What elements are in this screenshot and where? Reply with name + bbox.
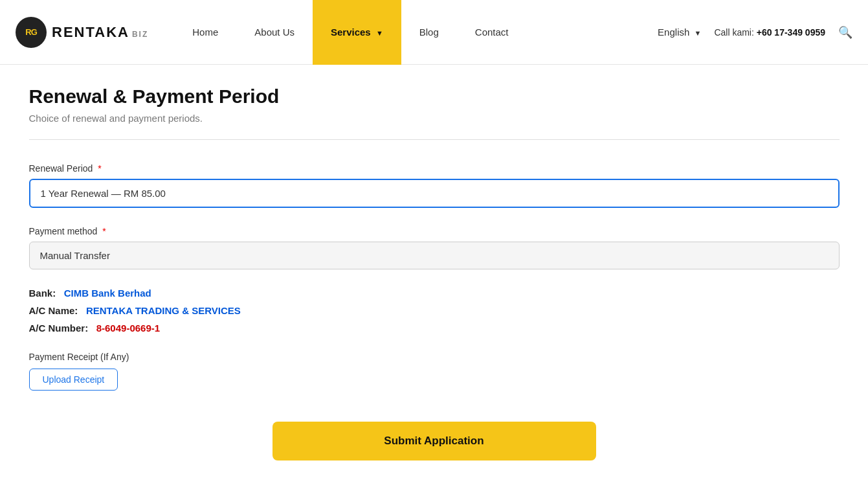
ac-number-row: A/C Number: 8-6049-0669-1 bbox=[29, 323, 840, 334]
logo-circle: RG bbox=[16, 17, 47, 48]
upload-receipt-button[interactable]: Upload Receipt bbox=[29, 369, 118, 391]
required-star: * bbox=[98, 163, 101, 174]
payment-method-label: Payment method * bbox=[29, 226, 840, 236]
bank-name: CIMB Bank Berhad bbox=[64, 288, 151, 299]
submit-application-button[interactable]: Submit Application bbox=[273, 422, 596, 460]
nav-link-contact[interactable]: Contact bbox=[457, 0, 527, 65]
renewal-period-select[interactable]: 1 Year Renewal — RM 85.00 bbox=[29, 179, 840, 208]
brand-biz: BIZ bbox=[132, 30, 148, 39]
receipt-label: Payment Receipt (If Any) bbox=[29, 352, 840, 362]
nav-link-blog[interactable]: Blog bbox=[401, 0, 457, 65]
form-section: Renewal Period * 1 Year Renewal — RM 85.… bbox=[29, 163, 840, 460]
bank-name-row: Bank: CIMB Bank Berhad bbox=[29, 288, 840, 299]
renewal-label: Renewal Period * bbox=[29, 163, 840, 174]
receipt-upload-group: Payment Receipt (If Any) Upload Receipt bbox=[29, 352, 840, 391]
bank-info: Bank: CIMB Bank Berhad A/C Name: RENTAKA… bbox=[29, 288, 840, 334]
renewal-period-group: Renewal Period * 1 Year Renewal — RM 85.… bbox=[29, 163, 840, 208]
nav-item-blog[interactable]: Blog bbox=[401, 0, 457, 65]
brand-name: RENTAKA bbox=[52, 24, 129, 41]
nav-link-home[interactable]: Home bbox=[174, 0, 236, 65]
section-divider bbox=[29, 139, 840, 140]
nav-item-contact[interactable]: Contact bbox=[457, 0, 527, 65]
main-content: Renewal & Payment Period Choice of renew… bbox=[14, 65, 855, 499]
nav-item-home[interactable]: Home bbox=[174, 0, 236, 65]
page-subtitle: Choice of renewal and payment periods. bbox=[29, 113, 840, 124]
nav-links: Home About Us Services ▼ Blog Contact bbox=[174, 0, 658, 65]
logo-link[interactable]: RG RENTAKA BIZ bbox=[16, 17, 148, 48]
payment-required-star: * bbox=[102, 226, 106, 236]
payment-method-select[interactable]: Manual Transfer bbox=[29, 242, 840, 269]
nav-link-services[interactable]: Services ▼ bbox=[313, 0, 401, 65]
nav-item-services[interactable]: Services ▼ bbox=[313, 0, 401, 65]
language-selector[interactable]: English ▼ bbox=[658, 27, 701, 38]
submit-area: Submit Application bbox=[29, 422, 840, 460]
payment-method-group: Payment method * Manual Transfer bbox=[29, 226, 840, 269]
call-number: +60 17-349 0959 bbox=[757, 27, 825, 38]
services-chevron-icon: ▼ bbox=[376, 29, 383, 37]
call-label: Call kami: +60 17-349 0959 bbox=[714, 27, 825, 38]
nav-item-aboutus[interactable]: About Us bbox=[236, 0, 313, 65]
ac-number: 8-6049-0669-1 bbox=[96, 323, 160, 334]
page-title: Renewal & Payment Period bbox=[29, 85, 840, 108]
search-icon[interactable]: 🔍 bbox=[838, 25, 852, 40]
nav-link-aboutus[interactable]: About Us bbox=[236, 0, 313, 65]
language-chevron-icon: ▼ bbox=[694, 29, 701, 37]
nav-right: English ▼ Call kami: +60 17-349 0959 🔍 bbox=[658, 25, 852, 40]
navbar: RG RENTAKA BIZ Home About Us Services ▼ … bbox=[0, 0, 868, 65]
ac-name: RENTAKA TRADING & SERVICES bbox=[86, 305, 241, 316]
ac-name-row: A/C Name: RENTAKA TRADING & SERVICES bbox=[29, 305, 840, 316]
